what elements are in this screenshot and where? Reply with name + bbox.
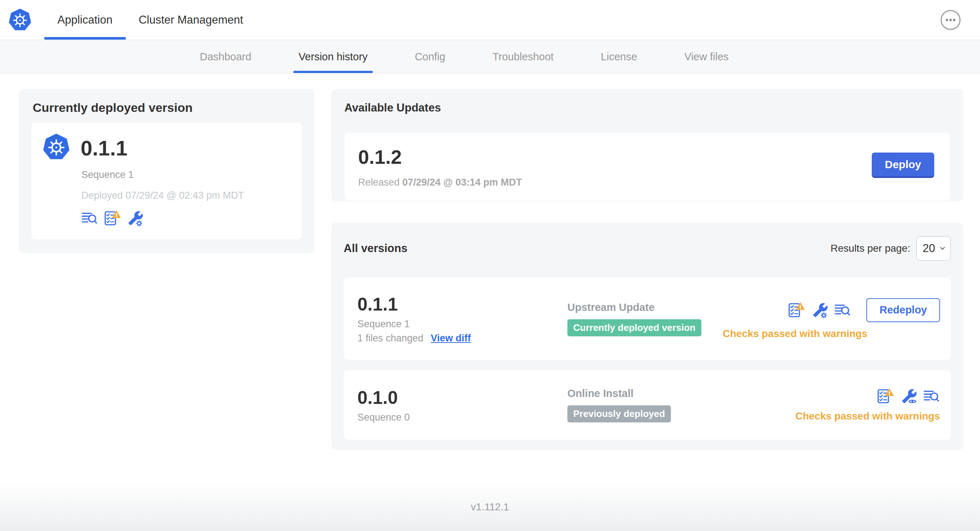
- row-version-number: 0.1.1: [358, 294, 567, 315]
- preflight-checks-warning-icon[interactable]: [104, 210, 121, 227]
- row-version-number: 0.1.0: [358, 387, 567, 408]
- tab-cluster-management[interactable]: Cluster Management: [126, 0, 256, 40]
- available-updates-panel: Available Updates 0.1.2 Released 07/29/2…: [331, 89, 963, 201]
- update-released-line: Released 07/29/24 @ 03:14 pm MDT: [358, 177, 936, 188]
- available-update-card: 0.1.2 Released 07/29/24 @ 03:14 pm MDT D…: [344, 133, 950, 201]
- top-header: Application Cluster Management: [0, 0, 980, 40]
- tab-application[interactable]: Application: [44, 0, 126, 40]
- update-version-number: 0.1.2: [358, 146, 936, 168]
- app-subnav: Dashboard Version history Config Trouble…: [0, 40, 980, 73]
- logs-icon[interactable]: [834, 302, 851, 318]
- results-per-page-select[interactable]: 20: [916, 236, 951, 261]
- actions-cell: Checks passed with warnings: [795, 388, 940, 422]
- config-edit-icon[interactable]: [126, 210, 143, 227]
- deploy-button[interactable]: Deploy: [872, 153, 934, 178]
- currently-deployed-title: Currently deployed version: [33, 100, 302, 115]
- version-source: Online Install: [567, 388, 795, 399]
- version-row-0-1-0: 0.1.0 Sequence 0 Online Install Previous…: [344, 370, 951, 440]
- subnav-tab-version-history[interactable]: Version history: [299, 40, 368, 73]
- preflight-status-text: Checks passed with warnings: [723, 328, 867, 340]
- version-source: Upstream Update: [567, 302, 723, 313]
- app-icon: [42, 133, 70, 163]
- console-version: v1.112.1: [471, 501, 509, 513]
- subnav-tab-troubleshoot[interactable]: Troubleshoot: [493, 40, 554, 73]
- ellipsis-icon: [940, 10, 961, 30]
- row-sequence: Sequence 1: [358, 318, 567, 330]
- page-footer: v1.112.1: [0, 483, 980, 531]
- version-cell: 0.1.1 Sequence 1 1 files changedView dif…: [358, 294, 567, 344]
- source-cell: Online Install Previously deployed: [567, 388, 795, 422]
- currently-deployed-card: 0.1.1 Sequence 1 Deployed 07/29/24 @ 02:…: [31, 123, 302, 240]
- kots-admin-console: Application Cluster Management Dashboard…: [0, 0, 980, 531]
- preflight-checks-warning-icon[interactable]: [877, 388, 894, 405]
- results-per-page-label: Results per page:: [831, 243, 910, 254]
- more-options-button[interactable]: [940, 10, 961, 30]
- deployed-timestamp: Deployed 07/29/24 @ 02:43 pm MDT: [81, 190, 291, 201]
- all-versions-panel: All versions Results per page: 20 0.1.1: [331, 223, 963, 450]
- subnav-tab-config[interactable]: Config: [415, 40, 445, 73]
- deployed-sequence: Sequence 1: [81, 169, 291, 181]
- chevron-down-icon: [940, 246, 945, 250]
- files-changed-text: 1 files changed: [358, 333, 423, 343]
- available-updates-title: Available Updates: [344, 101, 950, 114]
- deployed-version-number: 0.1.1: [81, 136, 127, 160]
- subnav-tab-dashboard[interactable]: Dashboard: [200, 40, 251, 73]
- source-cell: Upstream Update Currently deployed versi…: [567, 302, 723, 336]
- currently-deployed-panel: Currently deployed version 0.1.1 Sequenc…: [19, 89, 314, 253]
- logs-icon[interactable]: [81, 210, 98, 227]
- logs-icon[interactable]: [923, 388, 940, 405]
- preflight-checks-warning-icon[interactable]: [788, 302, 805, 318]
- redeploy-button[interactable]: Redeploy: [866, 298, 940, 322]
- kubernetes-logo-icon: [8, 8, 32, 32]
- subnav-tab-view-files[interactable]: View files: [684, 40, 729, 73]
- all-versions-title: All versions: [344, 242, 407, 255]
- config-edit-icon[interactable]: [811, 302, 828, 318]
- version-cell: 0.1.0 Sequence 0: [358, 387, 567, 423]
- subnav-tab-license[interactable]: License: [601, 40, 637, 73]
- status-badge: Currently deployed version: [567, 319, 702, 336]
- actions-cell: Redeploy Checks passed with warnings: [723, 298, 940, 340]
- preflight-status-text: Checks passed with warnings: [795, 410, 940, 422]
- config-view-icon[interactable]: [900, 388, 917, 405]
- row-sequence: Sequence 0: [358, 412, 567, 423]
- version-history-page: Currently deployed version 0.1.1 Sequenc…: [0, 73, 980, 483]
- status-badge: Previously deployed: [567, 405, 671, 422]
- top-nav: Application Cluster Management: [44, 0, 256, 40]
- version-row-0-1-1: 0.1.1 Sequence 1 1 files changedView dif…: [344, 278, 951, 360]
- view-diff-link[interactable]: View diff: [431, 333, 471, 343]
